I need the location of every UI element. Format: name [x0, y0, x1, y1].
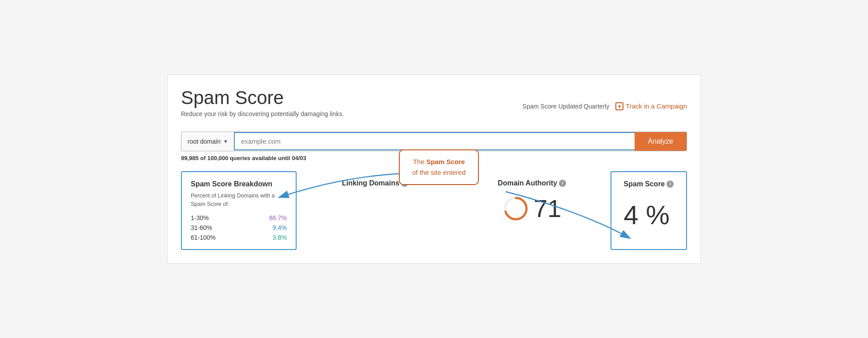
annotation-box-1: The Spam Scoreof the site entered [399, 149, 479, 185]
track-campaign-label: Track in a Campaign [626, 102, 687, 110]
domain-input[interactable] [234, 132, 635, 150]
page-wrapper: Spam Score Reduce your risk by discoveri… [167, 74, 701, 264]
linking-domains-label: Linking Domains i [342, 179, 408, 187]
plus-icon: + [615, 102, 623, 110]
spam-score-label: Spam Score i [624, 180, 674, 188]
analyze-button[interactable]: Analyze [635, 132, 687, 151]
content-area: root domain ▼ Analyze 99,985 of 100,000 … [181, 132, 687, 250]
domain-authority-label: Domain Authority i [498, 179, 566, 187]
spam-score-info-icon[interactable]: i [667, 181, 674, 188]
breakdown-row-3: 61-100% 3.8% [191, 234, 287, 241]
da-display: 71 [502, 195, 561, 222]
spam-breakdown-box: Spam Score Breakdown Percent of Linking … [181, 171, 297, 250]
breakdown-value-2: 9.4% [273, 224, 287, 231]
breakdown-range-3: 61-100% [191, 234, 216, 241]
breakdown-row-1: 1-30% 86.7% [191, 214, 287, 221]
page-title: Spam Score [181, 87, 344, 109]
breakdown-row-2: 31-60% 9.4% [191, 224, 287, 231]
breakdown-range-2: 31-60% [191, 224, 212, 231]
spam-updated-label: Spam Score Updated Quarterly [522, 103, 609, 110]
breakdown-value-3: 3.8% [273, 234, 287, 241]
spam-score-value: 4 % [624, 200, 670, 230]
search-bar: root domain ▼ Analyze [181, 132, 687, 151]
spam-breakdown-title: Spam Score Breakdown [191, 180, 287, 188]
da-circle-chart [502, 195, 529, 222]
dropdown-arrow-icon: ▼ [223, 139, 228, 144]
top-bar-right: Spam Score Updated Quarterly + Track in … [522, 102, 687, 110]
domain-type-label: root domain [188, 138, 221, 145]
domain-type-select[interactable]: root domain ▼ [181, 133, 235, 149]
domain-authority-info-icon[interactable]: i [559, 180, 566, 187]
track-campaign-button[interactable]: + Track in a Campaign [615, 102, 687, 110]
annotation-text-1: The Spam Scoreof the site entered [409, 157, 469, 178]
breakdown-rows: 1-30% 86.7% 31-60% 9.4% 61-100% 3.8% [191, 214, 287, 241]
domain-authority-value: 71 [534, 196, 561, 221]
header-section: Spam Score Reduce your risk by discoveri… [181, 87, 687, 125]
page-subtitle: Reduce your risk by discovering potentia… [181, 110, 344, 117]
title-group: Spam Score Reduce your risk by discoveri… [181, 87, 344, 125]
breakdown-range-1: 1-30% [191, 214, 209, 221]
spam-breakdown-desc: Percent of Linking Domains with a Spam S… [191, 192, 287, 209]
spam-score-col: Spam Score i 4 % [611, 171, 687, 250]
breakdown-value-1: 86.7% [269, 214, 287, 221]
